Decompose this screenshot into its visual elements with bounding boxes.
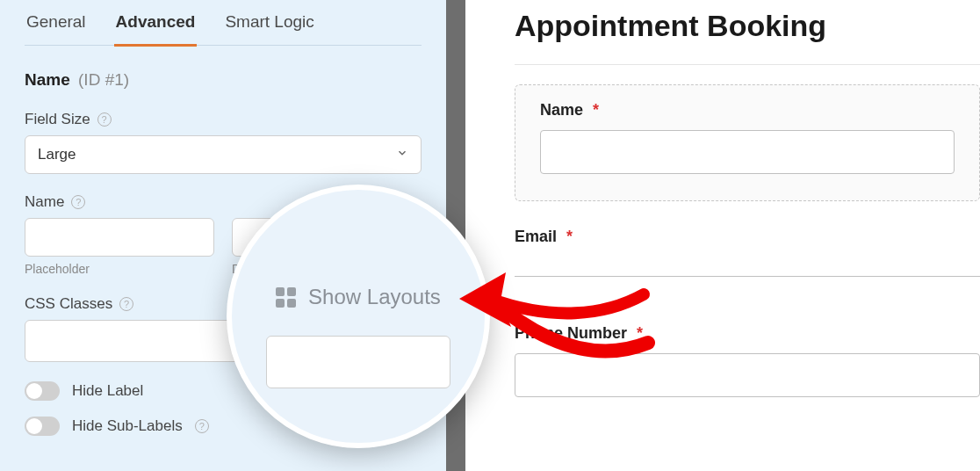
required-indicator: * bbox=[593, 101, 599, 119]
magnifier-callout: Show Layouts bbox=[227, 185, 490, 448]
field-size-label: Field Size bbox=[25, 111, 90, 128]
tab-advanced[interactable]: Advanced bbox=[114, 12, 198, 47]
preview-email-input[interactable] bbox=[515, 276, 980, 277]
help-icon[interactable]: ? bbox=[195, 419, 209, 433]
form-preview: Appointment Booking Name * Email * Phone… bbox=[465, 0, 980, 471]
grid-icon bbox=[276, 287, 296, 308]
preview-email-field[interactable]: Email * bbox=[515, 228, 980, 277]
preview-phone-field[interactable]: Phone Number * bbox=[515, 324, 980, 397]
form-title: Appointment Booking bbox=[515, 9, 980, 43]
hide-sublabels-text: Hide Sub-Labels bbox=[72, 417, 183, 435]
preview-email-label: Email bbox=[515, 228, 557, 245]
required-indicator: * bbox=[566, 228, 573, 245]
help-icon[interactable]: ? bbox=[119, 297, 133, 311]
section-id: (ID #1) bbox=[78, 70, 129, 89]
preview-phone-label: Phone Number bbox=[515, 324, 627, 342]
field-size-block: Field Size ? Large bbox=[25, 111, 422, 174]
required-indicator: * bbox=[637, 324, 643, 342]
hide-label-text: Hide Label bbox=[72, 382, 143, 400]
placeholder-sublabel: Placeholder bbox=[25, 262, 214, 276]
field-size-value: Large bbox=[38, 146, 76, 163]
preview-name-field[interactable]: Name * bbox=[515, 84, 980, 201]
preview-name-input[interactable] bbox=[540, 130, 955, 174]
tab-smart-logic[interactable]: Smart Logic bbox=[223, 12, 315, 45]
show-layouts-button[interactable]: Show Layouts bbox=[276, 285, 441, 309]
help-icon[interactable]: ? bbox=[97, 112, 112, 127]
hide-label-toggle[interactable] bbox=[25, 381, 60, 401]
settings-sidebar: General Advanced Smart Logic Name (ID #1… bbox=[0, 0, 446, 471]
css-classes-label: CSS Classes bbox=[25, 295, 112, 313]
help-icon[interactable]: ? bbox=[71, 195, 85, 209]
show-layouts-label: Show Layouts bbox=[308, 285, 441, 309]
preview-phone-input[interactable] bbox=[515, 353, 980, 397]
title-divider bbox=[515, 64, 980, 65]
chevron-down-icon bbox=[396, 146, 408, 163]
settings-tabs: General Advanced Smart Logic bbox=[25, 0, 422, 46]
section-title: Name (ID #1) bbox=[25, 70, 422, 90]
name-label: Name bbox=[25, 193, 64, 211]
placeholder-input[interactable] bbox=[25, 218, 214, 257]
section-name: Name bbox=[25, 70, 70, 89]
preview-name-label: Name bbox=[540, 101, 583, 119]
field-size-select[interactable]: Large bbox=[25, 135, 422, 174]
hide-sublabels-toggle[interactable] bbox=[25, 417, 60, 436]
tab-general[interactable]: General bbox=[25, 12, 88, 45]
magnified-css-input[interactable] bbox=[266, 336, 450, 388]
